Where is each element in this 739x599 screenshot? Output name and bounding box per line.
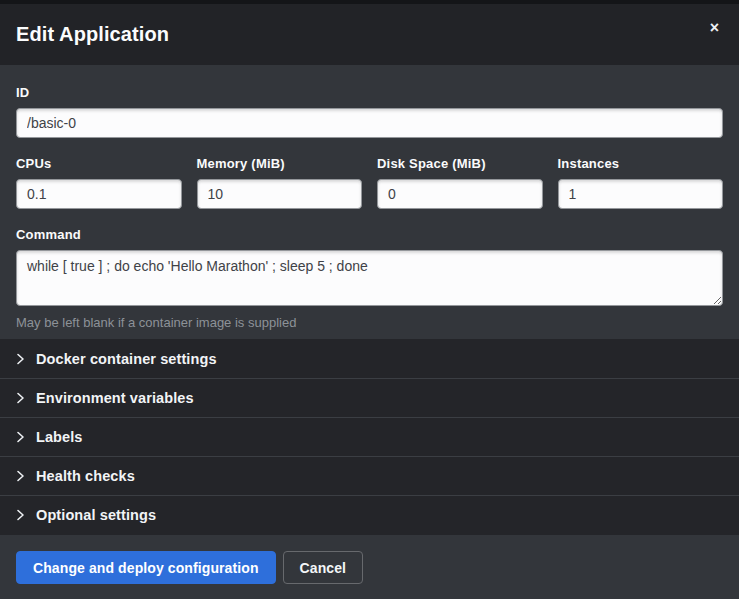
modal-header: Edit Application × bbox=[0, 4, 739, 65]
section-label: Labels bbox=[36, 429, 83, 445]
disk-label: Disk Space (MiB) bbox=[377, 156, 543, 171]
section-label: Optional settings bbox=[36, 507, 156, 523]
chevron-right-icon bbox=[16, 353, 25, 365]
cpus-label: CPUs bbox=[16, 156, 182, 171]
cancel-button[interactable]: Cancel bbox=[283, 551, 364, 584]
instances-input[interactable] bbox=[558, 179, 724, 209]
memory-input[interactable] bbox=[197, 179, 363, 209]
disk-field-group: Disk Space (MiB) bbox=[377, 156, 543, 209]
resources-row: CPUs Memory (MiB) Disk Space (MiB) Insta… bbox=[16, 156, 723, 209]
section-health-checks[interactable]: Health checks bbox=[0, 456, 739, 495]
section-environment-variables[interactable]: Environment variables bbox=[0, 378, 739, 417]
modal-footer: Change and deploy configuration Cancel bbox=[0, 535, 739, 599]
section-labels[interactable]: Labels bbox=[0, 417, 739, 456]
edit-application-modal: Edit Application × ID CPUs Memory (MiB) … bbox=[0, 4, 739, 599]
memory-field-group: Memory (MiB) bbox=[197, 156, 363, 209]
command-textarea[interactable]: while [ true ] ; do echo 'Hello Marathon… bbox=[16, 250, 723, 306]
command-field-group: Command while [ true ] ; do echo 'Hello … bbox=[16, 227, 723, 330]
cpus-input[interactable] bbox=[16, 179, 182, 209]
modal-body: ID CPUs Memory (MiB) Disk Space (MiB) In… bbox=[0, 65, 739, 339]
accordion-sections: Docker container settings Environment va… bbox=[0, 339, 739, 535]
disk-input[interactable] bbox=[377, 179, 543, 209]
instances-field-group: Instances bbox=[558, 156, 724, 209]
section-optional-settings[interactable]: Optional settings bbox=[0, 495, 739, 534]
section-label: Environment variables bbox=[36, 390, 194, 406]
section-docker-container-settings[interactable]: Docker container settings bbox=[0, 339, 739, 378]
chevron-right-icon bbox=[16, 509, 25, 521]
modal-title: Edit Application bbox=[16, 23, 169, 46]
chevron-right-icon bbox=[16, 392, 25, 404]
command-helper-text: May be left blank if a container image i… bbox=[16, 315, 723, 330]
section-label: Health checks bbox=[36, 468, 135, 484]
section-label: Docker container settings bbox=[36, 351, 217, 367]
cpus-field-group: CPUs bbox=[16, 156, 182, 209]
memory-label: Memory (MiB) bbox=[197, 156, 363, 171]
command-label: Command bbox=[16, 227, 723, 242]
close-icon[interactable]: × bbox=[706, 18, 723, 38]
id-field-group: ID bbox=[16, 85, 723, 138]
change-and-deploy-button[interactable]: Change and deploy configuration bbox=[16, 551, 276, 584]
chevron-right-icon bbox=[16, 470, 25, 482]
chevron-right-icon bbox=[16, 431, 25, 443]
id-label: ID bbox=[16, 85, 723, 100]
instances-label: Instances bbox=[558, 156, 724, 171]
id-input[interactable] bbox=[16, 108, 723, 138]
